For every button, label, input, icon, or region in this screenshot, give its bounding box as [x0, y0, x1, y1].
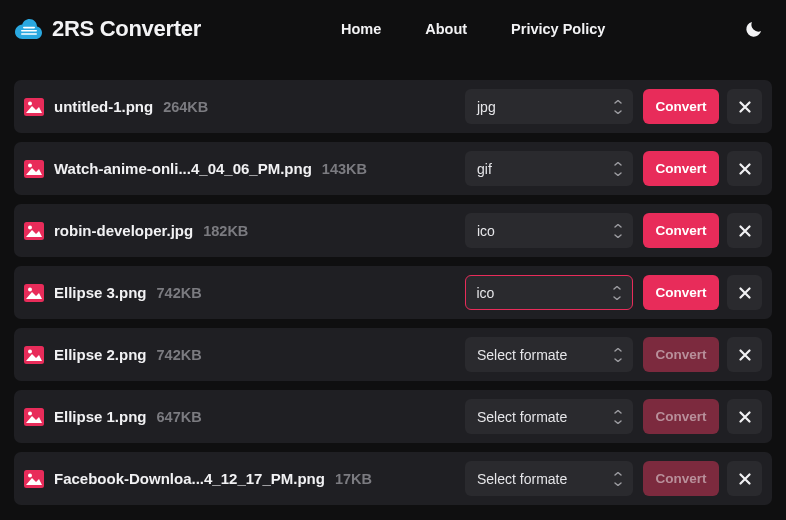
file-name: Facebook-Downloa...4_12_17_PM.png [54, 470, 325, 487]
file-size: 17KB [335, 471, 372, 487]
convert-button-label: Convert [655, 409, 706, 424]
chevron-updown-icon [613, 224, 623, 238]
file-name: Ellipse 2.png [54, 346, 147, 363]
svg-rect-7 [24, 222, 44, 240]
file-row: untitled-1.png264KBjpgConvert [14, 80, 772, 133]
svg-rect-9 [24, 284, 44, 302]
format-select[interactable]: ico [465, 213, 633, 248]
image-file-icon [24, 160, 44, 178]
file-size: 647KB [157, 409, 202, 425]
convert-button[interactable]: Convert [643, 151, 719, 186]
image-file-icon [24, 470, 44, 488]
svg-point-16 [28, 473, 32, 477]
logo[interactable]: 2RS Converter [14, 16, 201, 42]
file-size: 742KB [157, 347, 202, 363]
chevron-updown-icon [613, 162, 623, 176]
image-file-icon [24, 346, 44, 364]
file-size: 143KB [322, 161, 367, 177]
convert-button-label: Convert [655, 223, 706, 238]
format-select-value: jpg [477, 99, 496, 115]
file-name: robin-developer.jpg [54, 222, 193, 239]
format-select[interactable]: Select formate [465, 399, 633, 434]
close-icon [739, 349, 751, 361]
convert-button[interactable]: Convert [643, 275, 719, 310]
close-icon [739, 225, 751, 237]
main-nav: Home About Privicy Policy [341, 21, 605, 37]
chevron-updown-icon [613, 348, 623, 362]
chevron-updown-icon [613, 410, 623, 424]
nav-privacy[interactable]: Privicy Policy [511, 21, 605, 37]
header: 2RS Converter Home About Privicy Policy [0, 0, 786, 62]
image-file-icon [24, 98, 44, 116]
theme-toggle-button[interactable] [742, 17, 766, 41]
convert-button: Convert [643, 461, 719, 496]
svg-rect-13 [24, 408, 44, 426]
image-file-icon [24, 284, 44, 302]
close-icon [739, 101, 751, 113]
image-file-icon [24, 408, 44, 426]
svg-rect-0 [21, 30, 37, 32]
close-icon [739, 163, 751, 175]
convert-button[interactable]: Convert [643, 213, 719, 248]
file-row: Ellipse 1.png647KBSelect formateConvert [14, 390, 772, 443]
svg-rect-11 [24, 346, 44, 364]
convert-button-label: Convert [655, 471, 706, 486]
remove-file-button[interactable] [727, 151, 762, 186]
format-select[interactable]: Select formate [465, 461, 633, 496]
convert-button[interactable]: Convert [643, 89, 719, 124]
file-row: Ellipse 3.png742KBicoConvert [14, 266, 772, 319]
format-select-value: Select formate [477, 347, 567, 363]
nav-home[interactable]: Home [341, 21, 381, 37]
remove-file-button[interactable] [727, 399, 762, 434]
svg-point-6 [28, 163, 32, 167]
remove-file-button[interactable] [727, 337, 762, 372]
svg-rect-15 [24, 470, 44, 488]
format-select[interactable]: Select formate [465, 337, 633, 372]
remove-file-button[interactable] [727, 89, 762, 124]
svg-point-10 [28, 287, 32, 291]
svg-point-8 [28, 225, 32, 229]
svg-point-12 [28, 349, 32, 353]
app-title: 2RS Converter [52, 16, 201, 42]
close-icon [739, 473, 751, 485]
remove-file-button[interactable] [727, 213, 762, 248]
image-file-icon [24, 222, 44, 240]
format-select-value: ico [477, 223, 495, 239]
convert-button: Convert [643, 399, 719, 434]
convert-button-label: Convert [655, 99, 706, 114]
convert-button-label: Convert [655, 285, 706, 300]
close-icon [739, 287, 751, 299]
file-name: untitled-1.png [54, 98, 153, 115]
chevron-updown-icon [613, 472, 623, 486]
format-select-value: Select formate [477, 409, 567, 425]
convert-button-label: Convert [655, 347, 706, 362]
svg-point-4 [28, 101, 32, 105]
format-select[interactable]: ico [465, 275, 633, 310]
close-icon [739, 411, 751, 423]
file-row: Watch-anime-onli...4_04_06_PM.png143KBgi… [14, 142, 772, 195]
format-select[interactable]: gif [465, 151, 633, 186]
nav-about[interactable]: About [425, 21, 467, 37]
file-size: 742KB [157, 285, 202, 301]
cloud-logo-icon [14, 18, 44, 40]
convert-button: Convert [643, 337, 719, 372]
file-row: Ellipse 2.png742KBSelect formateConvert [14, 328, 772, 381]
file-row: Facebook-Downloa...4_12_17_PM.png17KBSel… [14, 452, 772, 505]
svg-rect-2 [23, 27, 35, 29]
chevron-updown-icon [612, 286, 622, 300]
file-name: Ellipse 3.png [54, 284, 147, 301]
format-select-value: gif [477, 161, 492, 177]
format-select[interactable]: jpg [465, 89, 633, 124]
remove-file-button[interactable] [727, 275, 762, 310]
remove-file-button[interactable] [727, 461, 762, 496]
file-size: 264KB [163, 99, 208, 115]
file-row: robin-developer.jpg182KBicoConvert [14, 204, 772, 257]
svg-rect-1 [21, 33, 37, 35]
file-name: Watch-anime-onli...4_04_06_PM.png [54, 160, 312, 177]
format-select-value: ico [477, 285, 495, 301]
format-select-value: Select formate [477, 471, 567, 487]
chevron-updown-icon [613, 100, 623, 114]
file-list: untitled-1.png264KBjpgConvertWatch-anime… [0, 62, 786, 505]
file-name: Ellipse 1.png [54, 408, 147, 425]
svg-rect-3 [24, 98, 44, 116]
